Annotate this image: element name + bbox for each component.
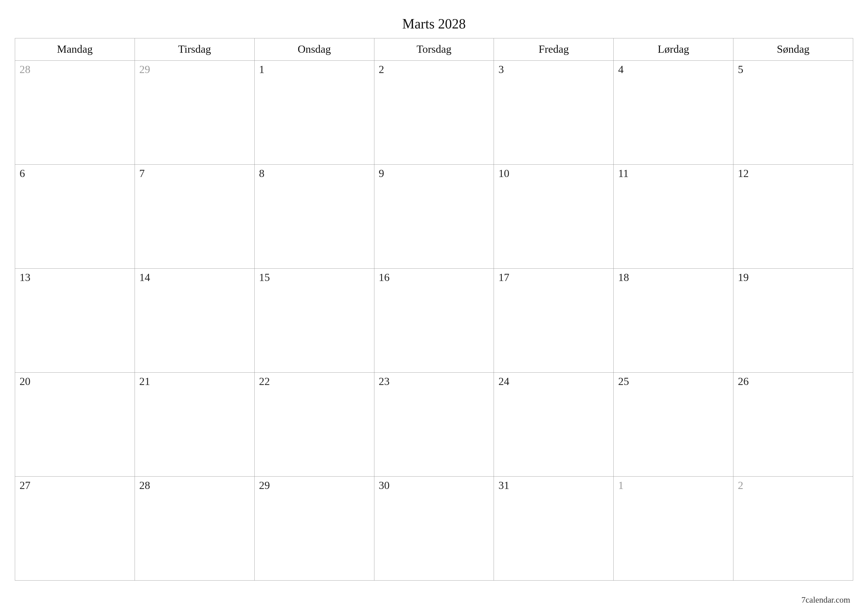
calendar-week-row: 13 14 15 16 17 18 19 bbox=[15, 269, 853, 373]
weekday-header: Onsdag bbox=[254, 38, 374, 61]
calendar-day-cell: 2 bbox=[374, 61, 494, 165]
day-number: 1 bbox=[259, 64, 265, 76]
day-number: 5 bbox=[738, 64, 743, 76]
day-number: 28 bbox=[20, 64, 31, 76]
day-number: 29 bbox=[259, 479, 270, 491]
calendar-day-cell: 5 bbox=[733, 61, 853, 165]
calendar-day-cell: 10 bbox=[494, 165, 614, 269]
day-number: 29 bbox=[139, 64, 150, 76]
calendar-day-cell: 19 bbox=[733, 269, 853, 373]
calendar-day-cell: 1 bbox=[614, 477, 733, 581]
calendar-day-cell: 3 bbox=[494, 61, 614, 165]
day-number: 22 bbox=[259, 375, 270, 387]
footer-credit: 7calendar.com bbox=[801, 595, 850, 605]
calendar-day-cell: 1 bbox=[254, 61, 374, 165]
calendar-day-cell: 25 bbox=[614, 373, 733, 477]
calendar-day-cell: 16 bbox=[374, 269, 494, 373]
calendar-day-cell: 30 bbox=[374, 477, 494, 581]
calendar-day-cell: 7 bbox=[135, 165, 254, 269]
day-number: 17 bbox=[498, 271, 509, 283]
calendar-day-cell: 12 bbox=[733, 165, 853, 269]
day-number: 11 bbox=[618, 167, 628, 179]
calendar-day-cell: 13 bbox=[15, 269, 135, 373]
day-number: 31 bbox=[498, 479, 509, 491]
day-number: 26 bbox=[738, 375, 749, 387]
calendar-title: Marts 2028 bbox=[15, 16, 853, 32]
calendar-day-cell: 11 bbox=[614, 165, 733, 269]
calendar-day-cell: 18 bbox=[614, 269, 733, 373]
day-number: 28 bbox=[139, 479, 150, 491]
day-number: 15 bbox=[259, 271, 270, 283]
calendar-day-cell: 20 bbox=[15, 373, 135, 477]
calendar-day-cell: 15 bbox=[254, 269, 374, 373]
calendar-day-cell: 24 bbox=[494, 373, 614, 477]
calendar-day-cell: 27 bbox=[15, 477, 135, 581]
day-number: 24 bbox=[498, 375, 509, 387]
calendar-day-cell: 14 bbox=[135, 269, 254, 373]
day-number: 1 bbox=[618, 479, 623, 491]
calendar-day-cell: 29 bbox=[135, 61, 254, 165]
day-number: 2 bbox=[379, 64, 384, 76]
calendar-week-row: 20 21 22 23 24 25 26 bbox=[15, 373, 853, 477]
weekday-header-row: Mandag Tirsdag Onsdag Torsdag Fredag Lør… bbox=[15, 38, 853, 61]
weekday-header: Lørdag bbox=[614, 38, 733, 61]
calendar-day-cell: 23 bbox=[374, 373, 494, 477]
calendar-grid: Mandag Tirsdag Onsdag Torsdag Fredag Lør… bbox=[15, 38, 853, 581]
day-number: 12 bbox=[738, 167, 749, 179]
calendar-week-row: 27 28 29 30 31 1 2 bbox=[15, 477, 853, 581]
calendar-week-row: 6 7 8 9 10 11 12 bbox=[15, 165, 853, 269]
day-number: 23 bbox=[379, 375, 390, 387]
calendar-day-cell: 17 bbox=[494, 269, 614, 373]
calendar-day-cell: 26 bbox=[733, 373, 853, 477]
calendar-day-cell: 31 bbox=[494, 477, 614, 581]
day-number: 18 bbox=[618, 271, 629, 283]
day-number: 21 bbox=[139, 375, 150, 387]
weekday-header: Tirsdag bbox=[135, 38, 254, 61]
day-number: 14 bbox=[139, 271, 150, 283]
calendar-day-cell: 8 bbox=[254, 165, 374, 269]
day-number: 3 bbox=[498, 64, 504, 76]
calendar-day-cell: 4 bbox=[614, 61, 733, 165]
weekday-header: Søndag bbox=[733, 38, 853, 61]
calendar-week-row: 28 29 1 2 3 4 5 bbox=[15, 61, 853, 165]
calendar-day-cell: 6 bbox=[15, 165, 135, 269]
weekday-header: Torsdag bbox=[374, 38, 494, 61]
calendar-day-cell: 29 bbox=[254, 477, 374, 581]
day-number: 25 bbox=[618, 375, 629, 387]
day-number: 4 bbox=[618, 64, 623, 76]
day-number: 7 bbox=[139, 167, 145, 179]
weekday-header: Mandag bbox=[15, 38, 135, 61]
calendar-day-cell: 9 bbox=[374, 165, 494, 269]
day-number: 27 bbox=[20, 479, 31, 491]
day-number: 13 bbox=[20, 271, 31, 283]
day-number: 19 bbox=[738, 271, 749, 283]
day-number: 30 bbox=[379, 479, 390, 491]
calendar-day-cell: 2 bbox=[733, 477, 853, 581]
weekday-header: Fredag bbox=[494, 38, 614, 61]
day-number: 2 bbox=[738, 479, 743, 491]
day-number: 16 bbox=[379, 271, 390, 283]
day-number: 10 bbox=[498, 167, 509, 179]
calendar-day-cell: 28 bbox=[15, 61, 135, 165]
calendar-day-cell: 21 bbox=[135, 373, 254, 477]
day-number: 8 bbox=[259, 167, 265, 179]
day-number: 6 bbox=[20, 167, 25, 179]
calendar-day-cell: 22 bbox=[254, 373, 374, 477]
calendar-day-cell: 28 bbox=[135, 477, 254, 581]
day-number: 20 bbox=[20, 375, 31, 387]
calendar-page: Marts 2028 Mandag Tirsdag Onsdag Torsdag… bbox=[0, 0, 868, 614]
day-number: 9 bbox=[379, 167, 384, 179]
